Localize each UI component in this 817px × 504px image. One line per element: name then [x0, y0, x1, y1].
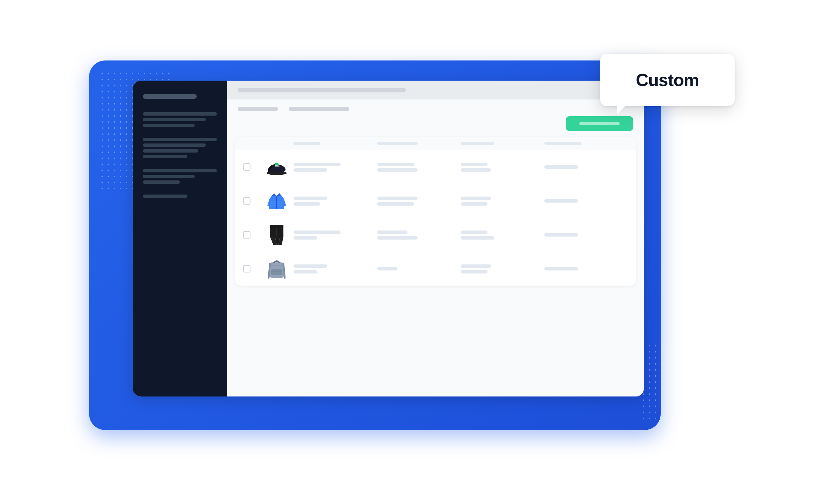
- table-row: [235, 218, 636, 252]
- product-table: [235, 137, 636, 286]
- row-checkbox[interactable]: [243, 197, 260, 205]
- th-line: [544, 142, 581, 145]
- sidebar-section-4: [143, 195, 217, 198]
- table-row: [235, 184, 636, 218]
- cell-line: [294, 197, 327, 200]
- svg-rect-8: [270, 225, 283, 228]
- cell-line: [377, 202, 414, 206]
- table-row: [235, 252, 636, 286]
- sidebar-line: [143, 155, 187, 158]
- sidebar-section-1: [143, 112, 217, 127]
- table-header: [235, 137, 636, 150]
- row-checkbox[interactable]: [243, 231, 260, 239]
- custom-label: Custom: [636, 70, 699, 90]
- row-col4: [544, 233, 628, 237]
- row-col1: [294, 230, 377, 240]
- sidebar-line: [143, 180, 180, 184]
- sidebar-item-3[interactable]: [143, 169, 217, 184]
- cell-line: [544, 165, 578, 169]
- cell-line: [544, 233, 578, 237]
- sidebar-item-2[interactable]: [143, 138, 217, 158]
- cell-line: [461, 163, 488, 166]
- cell-line: [294, 270, 317, 274]
- sidebar-line: [143, 118, 206, 121]
- backpack-icon: [267, 257, 287, 281]
- subtitle-text-2: [289, 107, 349, 111]
- scene: Custom: [55, 34, 762, 470]
- row-col3: [461, 197, 544, 206]
- cell-line: [461, 197, 491, 200]
- row-col4: [544, 199, 628, 203]
- checkbox-input[interactable]: [243, 265, 250, 272]
- th-line: [377, 142, 418, 145]
- cell-line: [294, 168, 327, 172]
- btn-label: [579, 122, 620, 125]
- row-col4: [544, 165, 628, 169]
- cell-line: [461, 230, 488, 234]
- th-col2: [377, 142, 461, 145]
- subtitle-text-1: [238, 107, 278, 111]
- cell-line: [294, 230, 341, 234]
- row-col3: [461, 230, 544, 240]
- row-image: [260, 189, 294, 213]
- row-image: [260, 223, 294, 247]
- cell-line: [461, 270, 488, 274]
- cell-line: [544, 199, 578, 203]
- sidebar-line: [143, 195, 187, 198]
- checkbox-input[interactable]: [243, 197, 250, 205]
- custom-tooltip-card: Custom: [600, 54, 735, 106]
- app-window: [133, 81, 644, 396]
- cell-line: [377, 236, 418, 240]
- row-col4: [544, 267, 628, 270]
- cell-line: [461, 202, 488, 206]
- row-image: [260, 257, 294, 281]
- cell-line: [461, 236, 494, 240]
- table-row: [235, 150, 636, 184]
- row-col2: [377, 163, 461, 172]
- checkbox-input[interactable]: [243, 163, 250, 171]
- cell-line: [294, 202, 320, 206]
- cell-line: [294, 236, 317, 240]
- svg-rect-11: [271, 269, 282, 275]
- sidebar-line: [143, 124, 195, 127]
- sidebar-line: [143, 143, 206, 147]
- sidebar-line: [143, 138, 217, 141]
- row-col2: [377, 197, 461, 206]
- row-col1: [294, 197, 377, 206]
- row-checkbox[interactable]: [243, 163, 260, 171]
- sidebar-line: [143, 149, 198, 153]
- th-col3: [461, 142, 544, 145]
- sidebar-line: [143, 169, 217, 172]
- cell-line: [377, 267, 397, 270]
- cell-line: [377, 230, 407, 234]
- cell-line: [294, 264, 327, 268]
- dot-pattern-br: [640, 343, 728, 437]
- th-line: [294, 142, 320, 145]
- th-col1: [294, 142, 377, 145]
- sidebar-item-4[interactable]: [143, 195, 217, 198]
- pants-icon: [268, 223, 285, 247]
- row-col2: [377, 230, 461, 240]
- action-row: [227, 116, 644, 137]
- row-image: [260, 155, 294, 179]
- sidebar-item-1[interactable]: [143, 112, 217, 127]
- cell-line: [377, 197, 418, 200]
- product-image-jacket: [265, 189, 289, 213]
- row-col3: [461, 163, 544, 172]
- shoe-icon: [265, 158, 288, 176]
- row-col1: [294, 163, 377, 172]
- sidebar: [133, 81, 227, 396]
- cell-line: [377, 168, 418, 172]
- action-button[interactable]: [566, 116, 633, 131]
- checkbox-input[interactable]: [243, 231, 250, 239]
- row-checkbox[interactable]: [243, 265, 260, 272]
- cell-line: [461, 168, 491, 172]
- product-image-pants: [265, 223, 289, 247]
- cell-line: [461, 264, 491, 268]
- th-line: [461, 142, 494, 145]
- sidebar-section-3: [143, 169, 217, 184]
- topbar-bar: [238, 88, 406, 92]
- sidebar-logo: [143, 94, 197, 99]
- product-image-backpack: [265, 257, 289, 281]
- topbar: [227, 81, 644, 99]
